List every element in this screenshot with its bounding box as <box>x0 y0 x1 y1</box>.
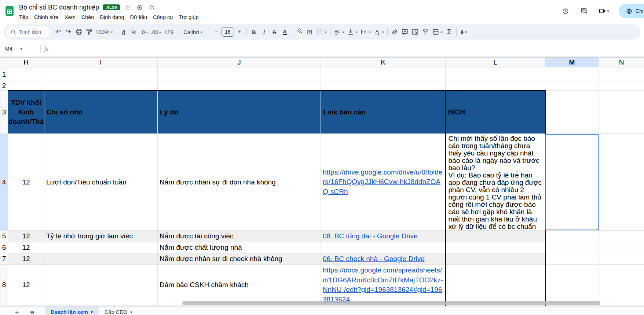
merge-cells-icon[interactable] <box>315 26 328 37</box>
cell-L4-note[interactable]: Chị mới thấy số lần đọc báo cáo trong tu… <box>446 134 545 231</box>
redo-icon[interactable]: ↷ <box>63 26 73 37</box>
cell-I2[interactable] <box>44 81 158 91</box>
cell-H8[interactable]: 12 <box>8 265 44 305</box>
col-header-N[interactable]: N <box>599 58 644 67</box>
functions-icon[interactable]: Σ <box>444 26 454 37</box>
cell-N5[interactable] <box>599 231 644 242</box>
toolbar-search[interactable]: Trình đơn <box>7 26 50 37</box>
zoom-select[interactable]: 100% <box>94 26 114 37</box>
row-header-3[interactable]: 3 <box>0 91 8 134</box>
borders-icon[interactable]: ⊞ <box>305 26 315 37</box>
menu-edit[interactable]: Chỉnh sửa <box>31 14 62 21</box>
comments-icon[interactable] <box>580 7 589 15</box>
cell-K6[interactable] <box>321 242 446 253</box>
menu-help[interactable]: Trợ giúp <box>176 14 201 21</box>
cell-H4[interactable]: 12 <box>8 134 44 231</box>
cell-J8[interactable]: Đảm bảo CSKH chăm khách <box>158 265 321 305</box>
cell-L8[interactable] <box>446 265 545 305</box>
cell-K1[interactable] <box>321 67 446 81</box>
row-header-1[interactable]: 1 <box>0 67 8 81</box>
cell-K5[interactable]: 08. BC tổng đài - Google Drive <box>321 231 446 242</box>
insert-comment-icon[interactable] <box>400 26 410 37</box>
table-views-icon[interactable] <box>431 26 444 37</box>
link-K4[interactable]: https://drive.google.com/drive/u/0/folde… <box>323 168 442 195</box>
cell-N7[interactable] <box>599 253 644 265</box>
decrease-decimal-icon[interactable]: .0← <box>139 26 149 37</box>
name-box-caret-icon[interactable]: ▾ <box>20 47 22 51</box>
horizontal-scrollbar[interactable] <box>182 301 600 305</box>
fill-handle[interactable] <box>597 229 599 231</box>
cell-M4-selected[interactable] <box>545 134 599 231</box>
col-header-H[interactable]: H <box>8 58 44 67</box>
vertical-align-icon[interactable] <box>346 26 359 37</box>
cell-H6[interactable]: 12 <box>8 242 44 253</box>
cell-H2[interactable] <box>8 81 44 91</box>
link-K7[interactable]: 06. BC check nhà - Google Drive <box>323 255 425 263</box>
row-header-4-selected[interactable]: 4 <box>0 134 8 231</box>
cell-N3[interactable] <box>599 91 644 134</box>
menu-insert[interactable]: Chèn <box>78 14 97 21</box>
cell-I8[interactable] <box>44 265 158 305</box>
undo-icon[interactable]: ↶ <box>53 26 63 37</box>
link-K5[interactable]: 08. BC tổng đài - Google Drive <box>323 232 418 240</box>
cell-K8[interactable]: https://docs.google.com/spreadsheets/d/1… <box>321 265 446 305</box>
cell-H3-table-header[interactable]: TDV khối Kinh doanh/Tháng <box>8 91 44 134</box>
cell-L5[interactable] <box>446 231 545 242</box>
col-header-J[interactable]: J <box>158 58 321 67</box>
cell-N1[interactable] <box>599 67 644 81</box>
cell-I5[interactable]: Tỷ lệ nhỡ trong giờ làm việc <box>44 231 158 242</box>
col-header-L[interactable]: L <box>446 58 545 67</box>
cell-J1[interactable] <box>158 67 321 81</box>
text-color-icon[interactable]: A <box>280 26 290 37</box>
strikethrough-icon[interactable]: S <box>270 26 279 37</box>
cell-H1[interactable] <box>8 67 44 81</box>
col-header-M-selected[interactable]: M <box>545 58 599 67</box>
cell-L6[interactable] <box>446 242 545 253</box>
row-header-2[interactable]: 2 <box>0 81 8 91</box>
paint-format-icon[interactable] <box>84 26 94 37</box>
name-box[interactable]: M4 ▾ <box>0 46 37 52</box>
sheets-logo-icon[interactable] <box>4 6 15 16</box>
cell-K7[interactable]: 06. BC check nhà - Google Drive <box>321 253 446 265</box>
cell-J4[interactable]: Nắm được nhân sự đi dọn nhà không <box>158 134 321 231</box>
cell-M2[interactable] <box>545 81 599 91</box>
cell-I4[interactable]: Lượt dọn/Tiêu chuẩn tuần <box>44 134 158 231</box>
col-header-K[interactable]: K <box>321 58 446 67</box>
format-currency-icon[interactable]: đ <box>118 26 128 37</box>
format-percent-icon[interactable]: % <box>129 26 139 37</box>
cell-N6[interactable] <box>599 242 644 253</box>
insert-link-icon[interactable] <box>390 26 400 37</box>
sheet-tab-caret-icon[interactable]: ▾ <box>130 310 132 315</box>
cell-J7[interactable]: Nắm được nhân sự đi check nhà không <box>158 253 321 265</box>
cell-M1[interactable] <box>545 67 599 81</box>
decrease-font-size-icon[interactable]: − <box>211 26 221 37</box>
horizontal-align-icon[interactable] <box>333 26 345 37</box>
cell-M6[interactable] <box>545 242 599 253</box>
menu-tools[interactable]: Công cụ <box>150 14 176 21</box>
menu-data[interactable]: Dữ liệu <box>127 14 150 21</box>
cell-L7[interactable] <box>446 253 545 265</box>
all-sheets-icon[interactable]: ≡ <box>28 308 37 315</box>
sheet-tab-cap-ceo[interactable]: Cấp CEO ▾ <box>99 307 138 315</box>
text-wrap-icon[interactable] <box>359 26 372 37</box>
text-rotation-icon[interactable] <box>372 26 385 37</box>
number-format-button[interactable]: 123 <box>163 26 175 37</box>
cell-I1[interactable] <box>44 67 158 81</box>
bold-icon[interactable]: B <box>249 26 259 37</box>
video-call-caret-icon[interactable]: ▾ <box>607 9 609 14</box>
cell-N4[interactable] <box>599 134 644 231</box>
cell-M5[interactable] <box>545 231 599 242</box>
sheet-tab-dsach-lan-xem[interactable]: Dsach lần xem ▾ <box>45 307 99 315</box>
cell-H7[interactable]: 12 <box>8 253 44 265</box>
document-title[interactable]: Bộ chỉ số BC doanh nghiệp <box>19 4 99 11</box>
cell-N8[interactable] <box>599 265 644 305</box>
link-K8[interactable]: https://docs.google.com/spreadsheets/d/1… <box>323 266 443 303</box>
row-header-8[interactable]: 8 <box>0 265 8 305</box>
menu-view[interactable]: Xem <box>62 14 78 21</box>
cell-K2[interactable] <box>321 81 446 91</box>
star-icon[interactable]: ☆ <box>124 3 132 11</box>
font-size-input[interactable]: 16 <box>222 27 234 37</box>
cell-M7[interactable] <box>545 253 599 265</box>
cell-I6[interactable] <box>44 242 158 253</box>
move-to-drive-icon[interactable] <box>135 3 143 11</box>
